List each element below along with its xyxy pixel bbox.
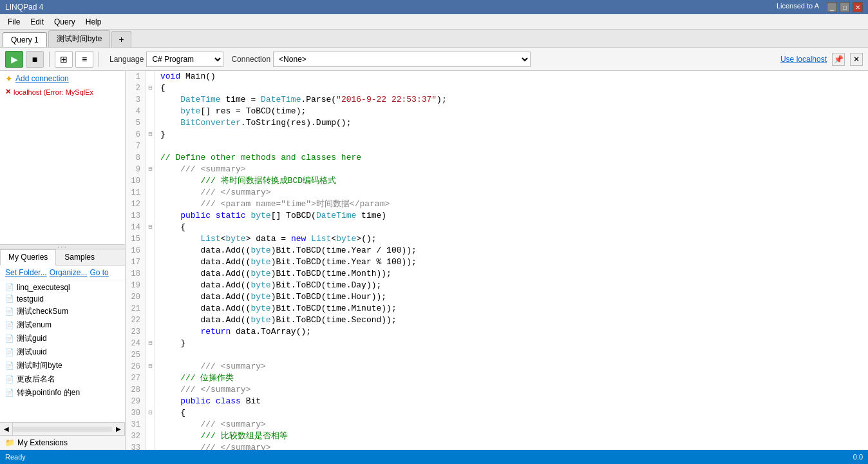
line-content[interactable]: /// 比较数组是否相等 bbox=[155, 430, 868, 442]
line-content[interactable]: } bbox=[155, 129, 868, 140]
tab-test-time-byte[interactable]: 测试时间byte bbox=[48, 30, 111, 47]
line-content[interactable]: /// </summary> bbox=[155, 187, 868, 198]
goto-link[interactable]: Go to bbox=[90, 268, 108, 277]
line-content[interactable]: /// <summary> bbox=[155, 164, 868, 175]
toolbar-close-button[interactable]: ✕ bbox=[850, 53, 863, 66]
fold-toggle[interactable]: ⊟ bbox=[146, 361, 155, 372]
list-item[interactable]: 📄转换pointinfo 的en bbox=[0, 386, 125, 400]
fold-toggle bbox=[146, 314, 155, 326]
sidebar-resize-handle[interactable]: ··· bbox=[0, 244, 125, 249]
line-number: 23 bbox=[126, 326, 146, 338]
sidebar-tab-samples[interactable]: Samples bbox=[56, 249, 103, 265]
line-content[interactable]: BitConverter.ToString(res).Dump(); bbox=[155, 117, 868, 129]
line-content[interactable]: /// <summary> bbox=[155, 419, 868, 430]
fold-toggle[interactable]: ⊟ bbox=[146, 129, 155, 140]
minimize-button[interactable]: _ bbox=[827, 2, 837, 12]
code-token: /// <summary> bbox=[160, 164, 246, 174]
star-icon: ✦ bbox=[5, 73, 13, 84]
line-content[interactable]: /// <param name="time">时间数据</param> bbox=[155, 198, 868, 210]
tab-add-button[interactable]: + bbox=[111, 31, 131, 47]
maximize-button[interactable]: □ bbox=[840, 2, 850, 12]
line-content[interactable]: return data.ToArray(); bbox=[155, 326, 868, 338]
menu-query[interactable]: Query bbox=[49, 16, 80, 28]
set-folder-link[interactable]: Set Folder... bbox=[5, 268, 47, 277]
use-localhost-link[interactable]: Use localhost bbox=[780, 55, 827, 64]
code-token: /// </summary> bbox=[160, 443, 271, 450]
line-content[interactable]: /// 将时间数据转换成BCD编码格式 bbox=[155, 175, 868, 187]
list-item[interactable]: 📄测试uuid bbox=[0, 345, 125, 359]
line-content[interactable]: // Define other methods and classes here bbox=[155, 152, 868, 164]
line-content[interactable]: data.Add((byte)Bit.ToBCD(time.Year % 100… bbox=[155, 256, 868, 268]
sidebar-nav-left[interactable]: ◀ bbox=[0, 423, 13, 436]
tab-query1[interactable]: Query 1 bbox=[3, 32, 47, 47]
organize-link[interactable]: Organize... bbox=[50, 268, 88, 277]
line-content[interactable]: data.Add((byte)Bit.ToBCD(time.Year / 100… bbox=[155, 245, 868, 256]
line-content[interactable]: DateTime time = DateTime.Parse("2016-9-2… bbox=[155, 94, 868, 106]
fold-toggle[interactable]: ⊟ bbox=[146, 222, 155, 233]
list-item[interactable]: 📄更改后名名 bbox=[0, 372, 125, 386]
line-content[interactable]: data.Add((byte)Bit.ToBCD(time.Second)); bbox=[155, 314, 868, 326]
fold-toggle bbox=[146, 245, 155, 256]
line-content[interactable]: /// </summary> bbox=[155, 442, 868, 450]
list-item[interactable]: 📄测试enum bbox=[0, 318, 125, 332]
line-content[interactable]: data.Add((byte)Bit.ToBCD(time.Minute)); bbox=[155, 303, 868, 314]
line-content[interactable]: /// 位操作类 bbox=[155, 372, 868, 384]
fold-toggle bbox=[146, 94, 155, 106]
line-content[interactable]: public class Bit bbox=[155, 396, 868, 407]
menu-help[interactable]: Help bbox=[80, 16, 107, 28]
line-content[interactable] bbox=[155, 140, 868, 152]
results-grid-button[interactable]: ⊞ bbox=[55, 51, 73, 68]
menu-file[interactable]: File bbox=[3, 16, 25, 28]
list-item[interactable]: 📄testguid bbox=[0, 293, 125, 305]
line-content[interactable]: List<byte> data = new List<byte>(); bbox=[155, 233, 868, 245]
code-editor[interactable]: 1void Main()2⊟{3 DateTime time = DateTim… bbox=[126, 71, 868, 450]
statusbar: Ready 0:0 bbox=[0, 450, 868, 464]
pin-button[interactable]: 📌 bbox=[832, 53, 845, 66]
code-token: Main() bbox=[180, 72, 216, 81]
fold-toggle[interactable]: ⊟ bbox=[146, 164, 155, 175]
line-content[interactable]: data.Add((byte)Bit.ToBCD(time.Hour)); bbox=[155, 291, 868, 303]
code-token: .ToString(res).Dump(); bbox=[241, 118, 352, 128]
list-item[interactable]: 📄linq_executesql bbox=[0, 282, 125, 293]
fold-toggle[interactable]: ⊟ bbox=[146, 407, 155, 419]
sidebar-nav-right[interactable]: ▶ bbox=[112, 423, 125, 436]
code-token: < bbox=[331, 234, 336, 244]
language-select[interactable]: C# Program bbox=[146, 52, 223, 67]
line-content[interactable]: { bbox=[155, 222, 868, 233]
run-button[interactable]: ▶ bbox=[5, 51, 23, 68]
fold-toggle bbox=[146, 152, 155, 164]
connection-select[interactable]: <None> bbox=[273, 52, 531, 67]
my-extensions-footer[interactable]: 📁 My Extensions bbox=[0, 435, 125, 450]
list-item[interactable]: 📄测试guid bbox=[0, 332, 125, 345]
table-row: 3 DateTime time = DateTime.Parse("2016-9… bbox=[126, 94, 868, 106]
fold-toggle[interactable]: ⊟ bbox=[146, 82, 155, 94]
line-content[interactable]: byte[] res = ToBCD(time); bbox=[155, 106, 868, 117]
list-item[interactable]: 📄测试checkSum bbox=[0, 305, 125, 318]
close-button[interactable]: ✕ bbox=[853, 2, 863, 12]
line-content[interactable]: /// </summary> bbox=[155, 384, 868, 396]
results-table-button[interactable]: ≡ bbox=[75, 51, 93, 68]
code-token: BitConverter bbox=[160, 118, 241, 128]
line-content[interactable]: } bbox=[155, 338, 868, 349]
add-connection-link[interactable]: Add connection bbox=[15, 74, 69, 83]
line-content[interactable]: { bbox=[155, 82, 868, 94]
menu-edit[interactable]: Edit bbox=[25, 16, 49, 28]
line-content[interactable]: data.Add((byte)Bit.ToBCD(time.Day)); bbox=[155, 280, 868, 291]
tree-item-label: 转换pointinfo 的en bbox=[17, 387, 80, 398]
line-content[interactable]: /// <summary> bbox=[155, 361, 868, 372]
sidebar-nav-scroll[interactable] bbox=[13, 427, 112, 432]
fold-toggle bbox=[146, 291, 155, 303]
stop-button[interactable]: ■ bbox=[26, 51, 44, 68]
fold-toggle[interactable]: ⊟ bbox=[146, 338, 155, 349]
line-content[interactable]: { bbox=[155, 407, 868, 419]
line-content[interactable]: public static byte[] ToBCD(DateTime time… bbox=[155, 210, 868, 222]
table-row: 29 public class Bit bbox=[126, 396, 868, 407]
line-content[interactable]: data.Add((byte)Bit.ToBCD(time.Month)); bbox=[155, 268, 868, 280]
code-token: > data = bbox=[246, 234, 291, 244]
table-row: 23 return data.ToArray(); bbox=[126, 326, 868, 338]
line-content[interactable]: void Main() bbox=[155, 71, 868, 82]
line-content[interactable] bbox=[155, 349, 868, 361]
fold-toggle bbox=[146, 210, 155, 222]
list-item[interactable]: 📄测试时间byte bbox=[0, 359, 125, 372]
sidebar-tab-my-queries[interactable]: My Queries bbox=[0, 249, 56, 266]
